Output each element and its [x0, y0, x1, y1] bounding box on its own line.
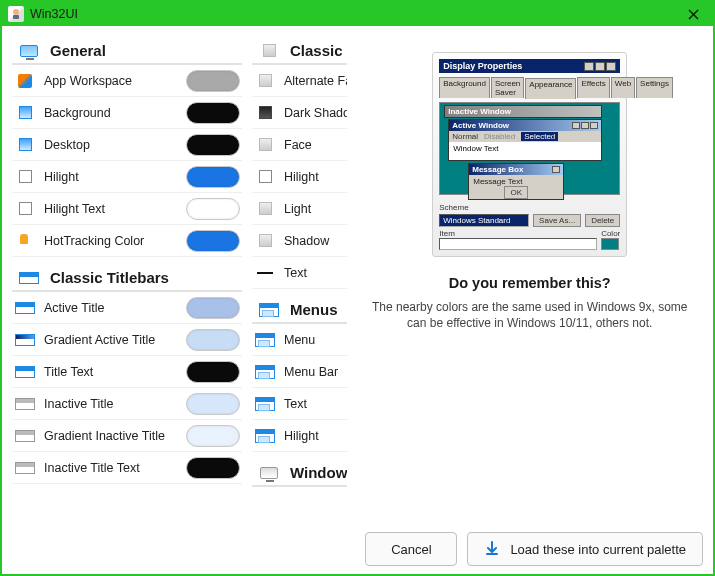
- monitor-grey-icon: [258, 465, 280, 481]
- color-row-label: Hilight: [284, 429, 347, 443]
- menus-icon: [254, 395, 276, 413]
- preview-tabs: Background Screen Saver Appearance Effec…: [439, 77, 620, 98]
- color-swatch[interactable]: [186, 425, 240, 447]
- color-swatch[interactable]: [186, 297, 240, 319]
- color-row[interactable]: HotTracking Color: [12, 225, 242, 257]
- app-icon: [8, 6, 24, 22]
- color-row[interactable]: Inactive Title: [12, 388, 242, 420]
- color-swatch[interactable]: [186, 198, 240, 220]
- color-swatch[interactable]: [186, 134, 240, 156]
- preview-saveas: Save As...: [533, 214, 581, 227]
- titlebar-blue-icon: [14, 299, 36, 317]
- color-swatch[interactable]: [186, 70, 240, 92]
- color-row[interactable]: Alternate Face: [252, 65, 347, 97]
- color-row[interactable]: Menu Bar: [252, 356, 347, 388]
- square-grey-icon: [254, 72, 276, 90]
- load-palette-button[interactable]: Load these into current palette: [467, 532, 703, 566]
- color-row[interactable]: App Workspace: [12, 65, 242, 97]
- cancel-button[interactable]: Cancel: [365, 532, 457, 566]
- section-header-general: General: [12, 36, 242, 65]
- color-row[interactable]: Shadow: [252, 225, 347, 257]
- color-swatch[interactable]: [186, 230, 240, 252]
- color-row-label: Desktop: [44, 138, 178, 152]
- color-row[interactable]: Dark Shadow: [252, 97, 347, 129]
- preview-title-text: Display Properties: [443, 61, 522, 71]
- close-button[interactable]: [679, 4, 707, 24]
- section-header-menus: Menus: [252, 295, 347, 324]
- square-lightgrey-icon: [254, 232, 276, 250]
- color-row-label: Text: [284, 397, 347, 411]
- color-row[interactable]: Active Title: [12, 292, 242, 324]
- load-palette-label: Load these into current palette: [510, 542, 686, 557]
- titlebar-blue2-icon: [14, 331, 36, 349]
- color-row-label: Dark Shadow: [284, 106, 347, 120]
- window-title: Win32UI: [30, 7, 673, 21]
- color-swatch[interactable]: [186, 329, 240, 351]
- color-swatch[interactable]: [186, 102, 240, 124]
- color-row-label: Alternate Face: [284, 74, 347, 88]
- column-left: GeneralApp WorkspaceBackgroundDesktopHil…: [12, 36, 244, 520]
- color-swatch[interactable]: [186, 457, 240, 479]
- color-row[interactable]: Title Text: [12, 356, 242, 388]
- preview-window-text: Window Text: [449, 142, 601, 160]
- square-blue-icon: [14, 136, 36, 154]
- color-row-label: App Workspace: [44, 74, 178, 88]
- color-row[interactable]: Hilight: [252, 420, 347, 452]
- menus-icon: [254, 331, 276, 349]
- monitor-icon: [18, 43, 40, 59]
- color-row-label: Active Title: [44, 301, 178, 315]
- color-row-label: Gradient Active Title: [44, 333, 178, 347]
- menus-icon: [254, 363, 276, 381]
- side-body-text: The nearby colors are the same used in W…: [363, 299, 698, 331]
- svg-rect-1: [13, 15, 19, 19]
- side-heading: Do you remember this?: [449, 275, 611, 291]
- app-icon: [14, 72, 36, 90]
- preview-ok-button: OK: [504, 186, 528, 199]
- section-title: Classic Titlebars: [50, 269, 169, 286]
- pointer-icon: [14, 232, 36, 250]
- color-row[interactable]: Background: [12, 97, 242, 129]
- preview-scheme-label: Scheme: [439, 203, 620, 212]
- color-row[interactable]: Text: [252, 388, 347, 420]
- cancel-label: Cancel: [391, 542, 431, 557]
- square-grey-icon: [258, 43, 280, 59]
- color-row[interactable]: Gradient Inactive Title: [12, 420, 242, 452]
- preview-delete: Delete: [585, 214, 620, 227]
- square-outline-icon: [254, 168, 276, 186]
- preview-tab: Appearance: [525, 78, 576, 99]
- color-row[interactable]: Face: [252, 129, 347, 161]
- color-row[interactable]: Text: [252, 257, 347, 289]
- preview-tab: Settings: [636, 77, 673, 98]
- color-row[interactable]: Gradient Active Title: [12, 324, 242, 356]
- color-row[interactable]: Hilight: [252, 161, 347, 193]
- close-icon: [688, 9, 699, 20]
- color-row[interactable]: Inactive Title Text: [12, 452, 242, 484]
- color-row[interactable]: Desktop: [12, 129, 242, 161]
- color-row-label: Title Text: [44, 365, 178, 379]
- footer: Cancel Load these into current palette: [12, 528, 703, 566]
- color-swatch[interactable]: [186, 393, 240, 415]
- section-title: Menus: [290, 301, 338, 318]
- square-dark-icon: [254, 104, 276, 122]
- color-swatch[interactable]: [186, 166, 240, 188]
- section-title: General: [50, 42, 106, 59]
- color-swatch[interactable]: [186, 361, 240, 383]
- preview-color-box: [601, 238, 619, 250]
- square-outline-icon: [14, 168, 36, 186]
- color-row-label: Hilight: [284, 170, 347, 184]
- svg-point-0: [13, 9, 19, 15]
- side-panel: Display Properties Background Screen Sav…: [357, 36, 704, 520]
- settings-scroll-area: GeneralApp WorkspaceBackgroundDesktopHil…: [12, 36, 347, 520]
- color-row-label: Menu Bar: [284, 365, 347, 379]
- color-row[interactable]: Hilight Text: [12, 193, 242, 225]
- preview-msgbox-title: Message Box: [469, 164, 563, 175]
- color-row[interactable]: Light: [252, 193, 347, 225]
- color-row[interactable]: Hilight: [12, 161, 242, 193]
- square-grey-icon: [254, 200, 276, 218]
- section-header-titlebars: Classic Titlebars: [12, 263, 242, 292]
- client-area: GeneralApp WorkspaceBackgroundDesktopHil…: [2, 26, 713, 574]
- section-header-classic_buttons: Classic Buttons: [252, 36, 347, 65]
- color-row-label: Menu: [284, 333, 347, 347]
- color-row[interactable]: Menu: [252, 324, 347, 356]
- square-grey-icon: [254, 136, 276, 154]
